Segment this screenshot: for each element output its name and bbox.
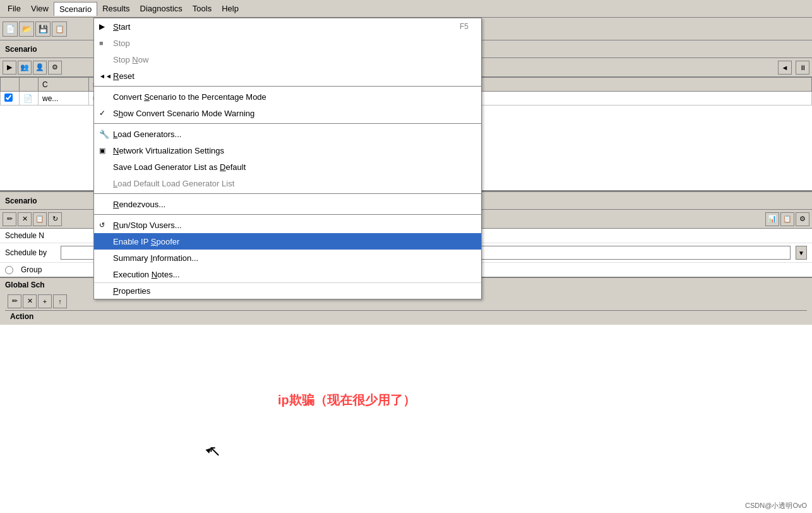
- bottom-delete-btn[interactable]: ✕: [18, 212, 32, 226]
- menu-item-execution-notes[interactable]: Execution Notes...: [94, 266, 481, 282]
- menu-item-reset-label: Reset: [113, 71, 134, 81]
- menu-item-run-stop-vusers[interactable]: ↺ Run/Stop Vusers...: [94, 217, 481, 233]
- save-btn[interactable]: 💾: [35, 21, 51, 37]
- menu-help[interactable]: Help: [217, 2, 244, 15]
- global-delete-btn[interactable]: ✕: [23, 294, 37, 308]
- schedule-by-dropdown[interactable]: ▼: [796, 246, 807, 260]
- watermark: CSDN@小透明OvO: [745, 501, 807, 510]
- menu-item-properties-label: Properties: [113, 286, 150, 296]
- schedule-by-label: Schedule by: [5, 248, 56, 257]
- manage-btn[interactable]: ⚙: [48, 61, 62, 75]
- bottom-right-btn1[interactable]: 📊: [765, 212, 779, 226]
- menu-item-start-label: Start: [113, 22, 130, 32]
- menu-item-stop-label: Stop: [113, 39, 130, 48]
- global-add-btn[interactable]: +: [38, 294, 52, 308]
- global-up-btn[interactable]: ↑: [53, 294, 67, 308]
- run-stop-icon: ↺: [99, 221, 105, 229]
- menubar: File View Scenario Results Diagnostics T…: [0, 0, 812, 18]
- bottom-right-btn2[interactable]: 📋: [780, 212, 794, 226]
- schedule-name-label: Schedule N: [5, 231, 56, 240]
- menu-item-stop: ■ Stop: [94, 35, 481, 51]
- menu-item-execution-notes-label: Execution Notes...: [113, 270, 180, 279]
- stop-icon: ■: [99, 39, 104, 47]
- pause-btn[interactable]: ⏸: [796, 61, 809, 75]
- row-checkbox-cell[interactable]: [1, 92, 20, 106]
- menu-separator-2: [94, 123, 481, 124]
- menu-item-rendezvous-label: Rendezvous...: [113, 200, 165, 209]
- bottom-section-title: Scenario: [5, 196, 37, 205]
- play-btn[interactable]: ▶: [3, 61, 16, 75]
- menu-item-enable-ip-spoofer[interactable]: Enable IP Spoofer: [94, 233, 481, 250]
- col-header-icon: [20, 78, 39, 92]
- group-radio[interactable]: [5, 266, 13, 274]
- bottom-right-btn3[interactable]: ⚙: [796, 212, 809, 226]
- menu-item-summary-info-label: Summary Information...: [113, 253, 198, 263]
- menu-item-summary-info[interactable]: Summary Information...: [94, 250, 481, 266]
- menu-item-properties[interactable]: Properties: [94, 282, 481, 299]
- top-section-title: Scenario: [5, 45, 37, 54]
- scenario-dropdown-menu: ▶ Start F5 ■ Stop Stop Now ◄◄ Reset Conv…: [93, 18, 482, 299]
- menu-item-start[interactable]: ▶ Start F5: [94, 18, 481, 35]
- bottom-copy-btn[interactable]: 📋: [33, 212, 47, 226]
- menu-item-stop-now-label: Stop Now: [113, 55, 148, 64]
- menu-item-reset[interactable]: ◄◄ Reset: [94, 68, 481, 84]
- start-arrow-icon: ▶: [99, 22, 105, 31]
- bottom-edit-btn[interactable]: ✏: [3, 212, 16, 226]
- menu-item-network-virt-label: Network Virtualization Settings: [113, 146, 224, 155]
- menu-file[interactable]: File: [3, 2, 26, 15]
- menu-scenario[interactable]: Scenario: [54, 2, 97, 16]
- col-header-name: C: [39, 78, 89, 92]
- menu-item-load-default: Load Default Load Generator List: [94, 175, 481, 191]
- menu-item-load-default-label: Load Default Load Generator List: [113, 179, 234, 188]
- bottom-refresh-btn[interactable]: ↻: [48, 212, 62, 226]
- global-edit-btn[interactable]: ✏: [8, 294, 21, 308]
- scroll-left-btn[interactable]: ◄: [778, 61, 792, 75]
- menu-item-convert-label: Convert Scenario to the Percentage Mode: [113, 92, 266, 102]
- menu-view[interactable]: View: [26, 2, 54, 15]
- open-btn[interactable]: 📂: [19, 21, 34, 37]
- row-checkbox[interactable]: [4, 94, 13, 102]
- load-gen-icon: 🔧: [99, 130, 109, 139]
- new-btn[interactable]: 📄: [3, 21, 18, 37]
- menu-separator-3: [94, 193, 481, 194]
- menu-separator-4: [94, 214, 481, 215]
- menu-item-load-generators[interactable]: 🔧 Load Generators...: [94, 126, 481, 142]
- group-radio-label: Group: [21, 265, 42, 274]
- menu-diagnostics[interactable]: Diagnostics: [135, 2, 188, 15]
- menu-item-load-generators-label: Load Generators...: [113, 130, 181, 139]
- add-vuser-btn[interactable]: 👤: [33, 61, 47, 75]
- menu-item-run-stop-vusers-label: Run/Stop Vusers...: [113, 220, 182, 230]
- col-header-check: [1, 78, 20, 92]
- toolbar-icon4[interactable]: 📋: [52, 21, 67, 37]
- network-virt-icon: ▣: [99, 147, 105, 155]
- reset-arrows-icon: ◄◄: [99, 73, 112, 80]
- row-name: we...: [39, 92, 89, 106]
- row-script-icon: 📄: [20, 92, 39, 106]
- menu-item-stop-now: Stop Now: [94, 51, 481, 68]
- menu-item-save-default[interactable]: Save Load Generator List as Default: [94, 159, 481, 175]
- menu-results[interactable]: Results: [97, 2, 134, 15]
- menu-item-network-virt[interactable]: ▣ Network Virtualization Settings: [94, 142, 481, 159]
- check-icon: ✓: [99, 109, 105, 118]
- menu-item-enable-ip-spoofer-label: Enable IP Spoofer: [113, 237, 179, 246]
- add-group-btn[interactable]: 👥: [18, 61, 32, 75]
- action-label: Action: [5, 311, 807, 322]
- menu-separator-1: [94, 86, 481, 87]
- start-shortcut: F5: [460, 22, 469, 31]
- menu-item-show-warning-label: Show Convert Scenario Mode Warning: [113, 109, 254, 118]
- menu-item-convert[interactable]: Convert Scenario to the Percentage Mode: [94, 88, 481, 105]
- menu-item-rendezvous[interactable]: Rendezvous...: [94, 196, 481, 212]
- menu-item-save-default-label: Save Load Generator List as Default: [113, 162, 246, 172]
- menu-tools[interactable]: Tools: [188, 2, 217, 15]
- menu-item-show-warning[interactable]: ✓ Show Convert Scenario Mode Warning: [94, 105, 481, 121]
